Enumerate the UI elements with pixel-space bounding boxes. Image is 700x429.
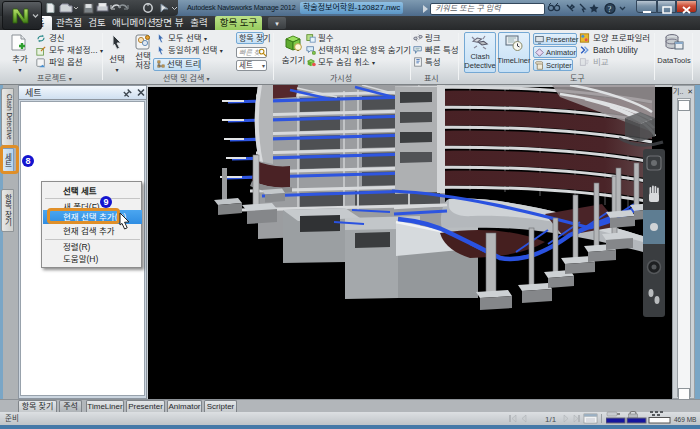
- svg-text:1/1: 1/1: [545, 415, 557, 424]
- svg-text:469 MB: 469 MB: [674, 416, 696, 423]
- svg-text:?: ?: [608, 5, 612, 14]
